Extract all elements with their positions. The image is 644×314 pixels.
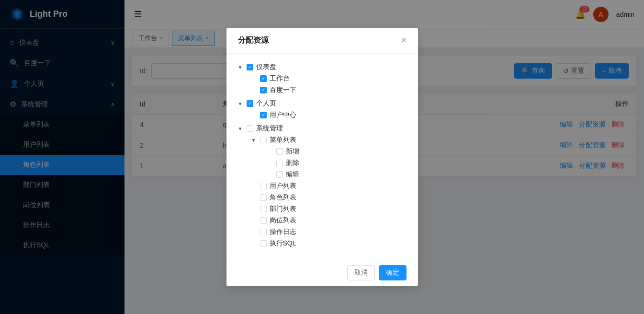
tree-arrow-menu-list[interactable]: ▼ <box>251 138 257 143</box>
checkbox-execute-sql[interactable] <box>260 240 267 247</box>
modal-overlay: 分配资源 × ▼ 仪表盘 ▶ 工作台 ▶ <box>0 0 644 314</box>
tree-node-personal: ▼ 个人页 ▶ 用户中心 <box>238 98 407 121</box>
checkbox-baidu[interactable] <box>260 87 267 93</box>
checkbox-edit[interactable] <box>276 171 283 178</box>
tree-label-workbench[interactable]: 工作台 <box>270 74 290 83</box>
tree-row-dept-list: 部门列表 <box>251 203 407 215</box>
tree-label-dashboard[interactable]: 仪表盘 <box>256 63 276 71</box>
tree-row-baidu: ▶ 百度一下 <box>251 84 407 96</box>
tree-row-role-list: 角色列表 <box>251 192 407 203</box>
checkbox-user-center[interactable] <box>260 112 267 118</box>
tree-row-op-log: 操作日志 <box>251 226 407 238</box>
tree-label-op-log[interactable]: 操作日志 <box>270 228 296 236</box>
tree-node-dashboard: ▼ 仪表盘 ▶ 工作台 ▶ 百度一下 <box>238 61 407 96</box>
checkbox-system[interactable] <box>247 125 253 132</box>
tree-row-personal: ▼ 个人页 <box>238 98 407 109</box>
tree-children-personal: ▶ 用户中心 <box>238 109 407 121</box>
tree-label-position-list[interactable]: 岗位列表 <box>270 216 296 225</box>
checkbox-role-list[interactable] <box>260 194 267 201</box>
tree-label-role-list[interactable]: 角色列表 <box>270 193 296 202</box>
assign-resource-modal: 分配资源 × ▼ 仪表盘 ▶ 工作台 ▶ <box>226 28 418 286</box>
modal-footer: 取消 确定 <box>226 259 418 286</box>
tree-label-execute-sql[interactable]: 执行SQL <box>270 239 296 248</box>
tree-label-delete[interactable]: 删除 <box>286 159 299 167</box>
tree-label-menu-list[interactable]: 菜单列表 <box>270 136 296 144</box>
tree-children-dashboard: ▶ 工作台 ▶ 百度一下 <box>238 73 407 96</box>
confirm-button[interactable]: 确定 <box>379 265 407 280</box>
tree-label-personal[interactable]: 个人页 <box>256 99 276 108</box>
tree-row-workbench: ▶ 工作台 <box>251 73 407 84</box>
modal-close-button[interactable]: × <box>401 35 407 46</box>
tree-label-user-center[interactable]: 用户中心 <box>270 111 296 119</box>
tree-children-system: ▼ 菜单列表 新增 删除 <box>238 134 407 249</box>
modal-body: ▼ 仪表盘 ▶ 工作台 ▶ 百度一下 <box>226 54 418 259</box>
tree-label-system[interactable]: 系统管理 <box>256 124 283 133</box>
checkbox-position-list[interactable] <box>260 217 267 224</box>
modal-title: 分配资源 <box>238 35 269 46</box>
tree-label-add[interactable]: 新增 <box>286 147 299 156</box>
tree-row-menu-list: ▼ 菜单列表 <box>251 134 407 146</box>
checkbox-delete[interactable] <box>276 160 283 166</box>
checkbox-menu-list[interactable] <box>260 137 267 143</box>
tree-row-delete: 删除 <box>276 157 407 169</box>
tree-node-system: ▼ 系统管理 ▼ 菜单列表 新增 <box>238 123 407 249</box>
modal-header: 分配资源 × <box>226 28 418 54</box>
tree-row-dashboard: ▼ 仪表盘 <box>238 61 407 73</box>
checkbox-personal[interactable] <box>247 100 253 107</box>
checkbox-dept-list[interactable] <box>260 206 267 212</box>
tree-row-execute-sql: 执行SQL <box>251 238 407 249</box>
checkbox-add[interactable] <box>276 148 283 155</box>
tree-row-position-list: 岗位列表 <box>251 215 407 226</box>
tree-label-edit[interactable]: 编辑 <box>286 170 299 179</box>
checkbox-user-list[interactable] <box>260 183 267 189</box>
tree-row-edit: 编辑 <box>276 169 407 180</box>
checkbox-dashboard[interactable] <box>247 64 253 70</box>
tree-label-user-list[interactable]: 用户列表 <box>270 182 296 190</box>
tree-label-dept-list[interactable]: 部门列表 <box>270 205 296 213</box>
tree-row-user-list: 用户列表 <box>251 180 407 192</box>
tree-arrow-system[interactable]: ▼ <box>238 126 244 131</box>
tree-arrow-personal[interactable]: ▼ <box>238 101 244 106</box>
checkbox-workbench[interactable] <box>260 75 267 82</box>
tree-children-menu-list: 新增 删除 编辑 <box>251 146 407 180</box>
tree-arrow-dashboard[interactable]: ▼ <box>238 65 244 70</box>
tree-row-user-center: ▶ 用户中心 <box>251 109 407 121</box>
tree-row-system: ▼ 系统管理 <box>238 123 407 134</box>
tree-row-add: 新增 <box>276 146 407 157</box>
checkbox-op-log[interactable] <box>260 229 267 235</box>
tree-label-baidu[interactable]: 百度一下 <box>270 86 296 94</box>
cancel-button[interactable]: 取消 <box>347 265 375 280</box>
